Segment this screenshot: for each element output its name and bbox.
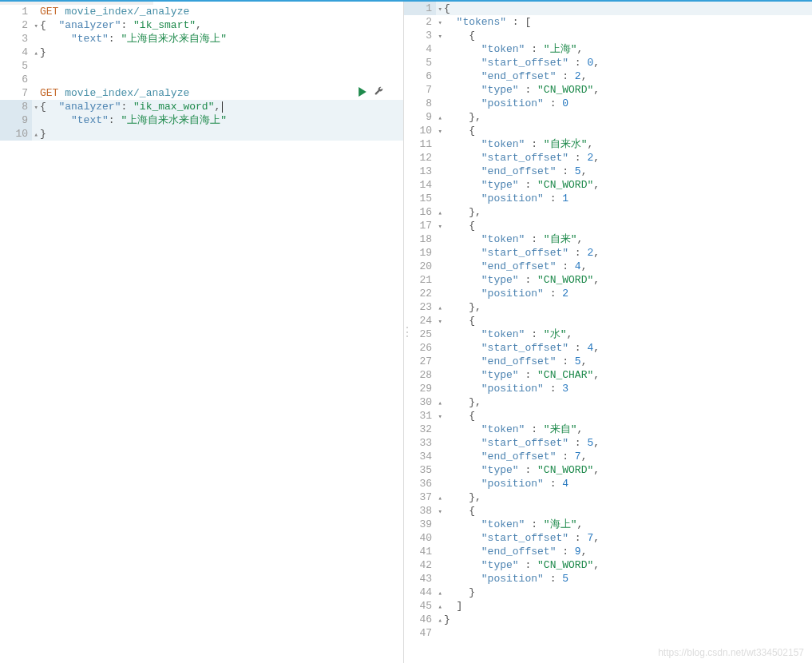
code-content[interactable]: "text": "上海自来水来自海上"	[32, 32, 403, 46]
code-line[interactable]: 45▴ ]	[404, 599, 812, 613]
code-line[interactable]: 19 "start_offset" : 2,	[404, 246, 812, 260]
code-content[interactable]: ]	[436, 599, 812, 613]
code-line[interactable]: 9▴ },	[404, 110, 812, 124]
code-content[interactable]: "position" : 5	[436, 572, 812, 586]
code-content[interactable]: {	[436, 124, 812, 137]
code-line[interactable]: 5	[0, 59, 403, 73]
code-line[interactable]: 31▾ {	[404, 409, 812, 423]
code-content[interactable]: "position" : 3	[436, 382, 812, 395]
code-content[interactable]: "start_offset" : 2,	[436, 246, 812, 260]
code-content[interactable]: },	[436, 300, 812, 314]
code-line[interactable]: 36 "position" : 4	[404, 477, 812, 490]
run-query-icon[interactable]	[358, 87, 367, 101]
code-content[interactable]: "type" : "CN_WORD",	[436, 463, 812, 477]
code-content[interactable]: "type" : "CN_WORD",	[436, 83, 812, 97]
code-content[interactable]: "text": "上海自来水来自海上"	[32, 113, 403, 127]
code-line[interactable]: 27 "end_offset" : 5,	[404, 355, 812, 368]
code-content[interactable]: "token" : "水",	[436, 328, 812, 341]
code-content[interactable]: "position" : 0	[436, 97, 812, 110]
code-content[interactable]: "type" : "CN_WORD",	[436, 178, 812, 192]
code-line[interactable]: 37▴ },	[404, 490, 812, 504]
code-content[interactable]: "token" : "来自",	[436, 423, 812, 436]
code-content[interactable]: "type" : "CN_CHAR",	[436, 368, 812, 382]
code-content[interactable]: "start_offset" : 0,	[436, 56, 812, 69]
code-content[interactable]: GET movie_index/_analyze	[32, 5, 403, 18]
code-content[interactable]: "token" : "上海",	[436, 42, 812, 56]
code-content[interactable]: "position" : 2	[436, 287, 812, 300]
code-content[interactable]: {	[436, 314, 812, 328]
code-content[interactable]: "start_offset" : 2,	[436, 151, 812, 165]
code-line[interactable]: 11 "token" : "自来水",	[404, 137, 812, 151]
code-content[interactable]: "position" : 1	[436, 192, 812, 205]
code-content[interactable]: "tokens" : [	[436, 15, 812, 29]
code-line[interactable]: 18 "token" : "自来",	[404, 232, 812, 246]
code-content[interactable]: { "analyzer": "ik_max_word",	[32, 100, 403, 113]
code-line[interactable]: 35 "type" : "CN_WORD",	[404, 463, 812, 477]
code-line[interactable]: 32 "token" : "来自",	[404, 423, 812, 436]
code-line[interactable]: 28 "type" : "CN_CHAR",	[404, 368, 812, 382]
code-line[interactable]: 24▾ {	[404, 314, 812, 328]
code-line[interactable]: 40 "start_offset" : 7,	[404, 531, 812, 545]
code-content[interactable]: }	[436, 613, 812, 626]
code-content[interactable]: {	[436, 2, 812, 15]
code-line[interactable]: 46▴}	[404, 613, 812, 626]
code-content[interactable]: },	[436, 395, 812, 409]
code-line[interactable]: 15 "position" : 1	[404, 192, 812, 205]
code-line[interactable]: 12 "start_offset" : 2,	[404, 151, 812, 165]
code-content[interactable]: "end_offset" : 9,	[436, 545, 812, 558]
code-line[interactable]: 34 "end_offset" : 7,	[404, 450, 812, 463]
code-content[interactable]: }	[436, 586, 812, 599]
code-line[interactable]: 42 "type" : "CN_WORD",	[404, 558, 812, 572]
code-line[interactable]: 6	[0, 73, 403, 86]
code-line[interactable]: 47	[404, 626, 812, 640]
code-line[interactable]: 17▾ {	[404, 219, 812, 232]
code-line[interactable]: 10▴}	[0, 127, 403, 141]
code-line[interactable]: 33 "start_offset" : 5,	[404, 436, 812, 450]
code-content[interactable]: "start_offset" : 7,	[436, 531, 812, 545]
code-content[interactable]	[32, 73, 403, 86]
code-line[interactable]: 3▾ {	[404, 29, 812, 42]
code-line[interactable]: 1▾{	[404, 2, 812, 15]
code-content[interactable]: },	[436, 490, 812, 504]
code-line[interactable]: 6 "end_offset" : 2,	[404, 69, 812, 83]
code-content[interactable]: "end_offset" : 5,	[436, 165, 812, 178]
code-line[interactable]: 21 "type" : "CN_WORD",	[404, 273, 812, 287]
code-content[interactable]	[436, 626, 812, 640]
code-content[interactable]: "type" : "CN_WORD",	[436, 273, 812, 287]
code-line[interactable]: 7GET movie_index/_analyze	[0, 86, 403, 100]
code-content[interactable]: "start_offset" : 5,	[436, 436, 812, 450]
code-content[interactable]: { "analyzer": "ik_smart",	[32, 18, 403, 32]
code-content[interactable]: },	[436, 205, 812, 219]
code-line[interactable]: 8▾{ "analyzer": "ik_max_word",	[0, 100, 403, 113]
code-line[interactable]: 7 "type" : "CN_WORD",	[404, 83, 812, 97]
code-line[interactable]: 5 "start_offset" : 0,	[404, 56, 812, 69]
request-editor[interactable]: 1GET movie_index/_analyze2▾{ "analyzer":…	[0, 2, 404, 663]
code-content[interactable]: }	[32, 127, 403, 141]
code-content[interactable]: GET movie_index/_analyze	[32, 86, 403, 100]
code-line[interactable]: 29 "position" : 3	[404, 382, 812, 395]
code-content[interactable]: "end_offset" : 5,	[436, 355, 812, 368]
wrench-icon[interactable]	[374, 86, 384, 101]
code-line[interactable]: 3 "text": "上海自来水来自海上"	[0, 32, 403, 46]
code-content[interactable]: },	[436, 110, 812, 124]
code-content[interactable]: }	[32, 46, 403, 59]
code-line[interactable]: 2▾{ "analyzer": "ik_smart",	[0, 18, 403, 32]
code-content[interactable]: "token" : "海上",	[436, 518, 812, 531]
code-line[interactable]: 8 "position" : 0	[404, 97, 812, 110]
code-line[interactable]: 1GET movie_index/_analyze	[0, 5, 403, 18]
code-content[interactable]	[32, 59, 403, 73]
code-content[interactable]: "token" : "自来",	[436, 232, 812, 246]
code-line[interactable]: 10▾ {	[404, 124, 812, 137]
code-content[interactable]: "token" : "自来水",	[436, 137, 812, 151]
code-line[interactable]: 38▾ {	[404, 504, 812, 518]
code-content[interactable]: {	[436, 29, 812, 42]
code-line[interactable]: 20 "end_offset" : 4,	[404, 260, 812, 273]
code-content[interactable]: "type" : "CN_WORD",	[436, 558, 812, 572]
code-line[interactable]: 41 "end_offset" : 9,	[404, 545, 812, 558]
code-content[interactable]: {	[436, 504, 812, 518]
code-line[interactable]: 39 "token" : "海上",	[404, 518, 812, 531]
code-line[interactable]: 25 "token" : "水",	[404, 328, 812, 341]
code-content[interactable]: "start_offset" : 4,	[436, 341, 812, 355]
code-content[interactable]: "position" : 4	[436, 477, 812, 490]
code-line[interactable]: 22 "position" : 2	[404, 287, 812, 300]
